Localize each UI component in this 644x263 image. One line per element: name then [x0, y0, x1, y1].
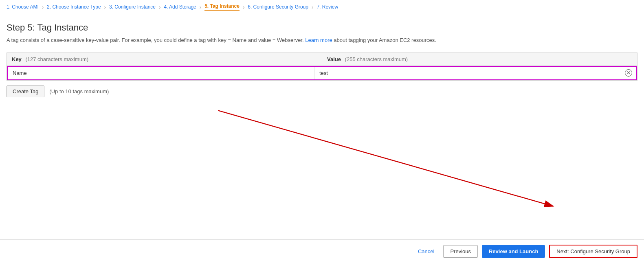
tags-table-header: Key (127 characters maximum) Value (255 … — [7, 53, 637, 66]
key-header-hint: (127 characters maximum) — [25, 56, 88, 62]
arrow-svg — [7, 97, 637, 219]
nav-separator-2: › — [104, 4, 106, 10]
value-input[interactable] — [314, 67, 621, 79]
value-header-hint: (255 characters maximum) — [345, 56, 408, 62]
key-header-label: Key — [12, 56, 22, 62]
annotation-arrow — [7, 97, 637, 219]
tag-row: ✕ — [7, 66, 637, 80]
page-title: Step 5: Tag Instance — [7, 22, 637, 33]
nav-separator-5: › — [243, 4, 244, 10]
value-header-label: Value — [327, 56, 341, 62]
page-description: A tag consists of a case-sensitive key-v… — [7, 36, 637, 44]
wizard-step-configure-instance[interactable]: 3. Configure Instance — [109, 4, 156, 10]
create-tag-area: Create Tag (Up to 10 tags maximum) — [7, 85, 637, 97]
nav-separator-1: › — [42, 4, 44, 10]
nav-separator-6: › — [312, 4, 313, 10]
wizard-step-add-storage[interactable]: 4. Add Storage — [164, 4, 196, 10]
nav-separator-4: › — [200, 4, 201, 10]
value-column-header: Value (255 characters maximum) — [322, 53, 637, 66]
remove-tag-icon: ✕ — [625, 69, 632, 77]
create-tag-button[interactable]: Create Tag — [7, 85, 44, 97]
key-column-header: Key (127 characters maximum) — [7, 53, 322, 66]
svg-line-1 — [218, 110, 553, 206]
wizard-step-choose-ami[interactable]: 1. Choose AMI — [7, 4, 39, 10]
wizard-step-review[interactable]: 7. Review — [317, 4, 338, 10]
description-suffix: about tagging your Amazon EC2 resources. — [334, 37, 436, 43]
wizard-step-configure-security-group[interactable]: 6. Configure Security Group — [248, 4, 308, 10]
main-content: Step 5: Tag Instance A tag consists of a… — [0, 14, 644, 228]
wizard-step-tag-instance[interactable]: 5. Tag Instance — [204, 3, 240, 11]
remove-tag-button[interactable]: ✕ — [621, 67, 636, 79]
wizard-step-choose-instance-type[interactable]: 2. Choose Instance Type — [47, 4, 101, 10]
tags-table: Key (127 characters maximum) Value (255 … — [7, 53, 637, 81]
key-input[interactable] — [8, 67, 314, 79]
wizard-navigation: 1. Choose AMI › 2. Choose Instance Type … — [0, 0, 644, 14]
description-text: A tag consists of a case-sensitive key-v… — [7, 37, 304, 43]
nav-separator-3: › — [159, 4, 160, 10]
create-tag-hint: (Up to 10 tags maximum) — [49, 88, 109, 94]
learn-more-link[interactable]: Learn more — [305, 37, 332, 43]
